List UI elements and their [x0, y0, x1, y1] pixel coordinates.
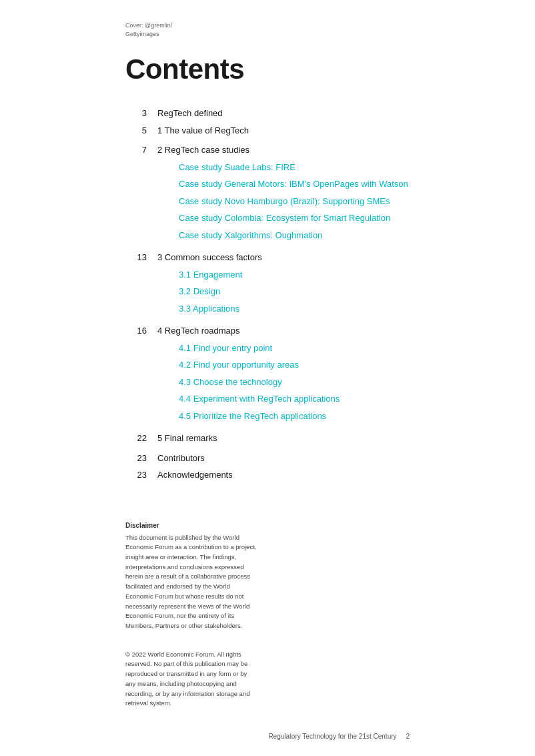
- footer-page-number: 2: [406, 733, 410, 740]
- toc-item-design: 3.2 Design: [157, 285, 410, 298]
- toc-item-opportunity: 4.2 Find your opportunity areas: [157, 358, 410, 372]
- toc-item-contributors: 23 Contributors: [125, 452, 410, 465]
- copyright-text: © 2022 World Economic Forum. All rights …: [125, 650, 259, 709]
- toc-label: Contributors: [157, 452, 205, 465]
- footer: Regulatory Technology for the 21st Centu…: [268, 733, 410, 740]
- toc-label: 3.1 Engagement: [179, 268, 242, 282]
- toc-number: 3: [125, 108, 147, 118]
- toc-item-success-factors: 13 3 Common success factors: [125, 251, 410, 264]
- toc-item-engagement: 3.1 Engagement: [157, 268, 410, 282]
- cover-credit-line2: Gettyimages: [125, 31, 159, 37]
- disclaimer-section: Disclaimer This document is published by…: [125, 522, 410, 631]
- page-title: Contents: [125, 53, 410, 85]
- toc-number: 16: [125, 326, 147, 336]
- footer-text: Regulatory Technology for the 21st Centu…: [268, 733, 396, 740]
- toc-number: 22: [125, 433, 147, 443]
- main-content: Contents 3 RegTech defined 5 1 The value…: [0, 0, 535, 735]
- toc-item-experiment: 4.4 Experiment with RegTech applications: [157, 392, 410, 406]
- toc-item-novo: Case study Novo Hamburgo (Brazil): Suppo…: [157, 195, 410, 208]
- toc-item-technology: 4.3 Choose the technology: [157, 376, 410, 389]
- toc-label: 3.3 Applications: [179, 302, 239, 316]
- toc-item-suade: Case study Suade Labs: FIRE: [157, 161, 410, 174]
- toc-item-roadmaps: 16 4 RegTech roadmaps: [125, 324, 410, 338]
- cover-credit-line1: Cover: @gremlin/: [125, 22, 172, 29]
- toc-label: Case study Xalgorithms: Oughmation: [179, 229, 322, 242]
- toc-number: 23: [125, 470, 147, 480]
- toc-label: Case study Suade Labs: FIRE: [179, 161, 296, 174]
- toc-label: Case study Novo Hamburgo (Brazil): Suppo…: [179, 195, 390, 208]
- toc-label: 4.5 Prioritize the RegTech applications: [179, 410, 326, 423]
- disclaimer-title: Disclaimer: [125, 522, 410, 529]
- page: Cover: @gremlin/ Gettyimages Contents 3 …: [0, 0, 535, 756]
- toc-item-gm: Case study General Motors: IBM's OpenPag…: [157, 177, 410, 191]
- copyright-section: © 2022 World Economic Forum. All rights …: [125, 650, 410, 709]
- toc-label: 4.2 Find your opportunity areas: [179, 358, 299, 372]
- toc-label: 2 RegTech case studies: [157, 143, 249, 157]
- toc-label: 5 Final remarks: [157, 432, 217, 445]
- toc-label: Case study General Motors: IBM's OpenPag…: [179, 177, 408, 191]
- cover-credit: Cover: @gremlin/ Gettyimages: [125, 21, 172, 38]
- toc-label: 4.3 Choose the technology: [179, 376, 282, 389]
- toc-label: 3.2 Design: [179, 285, 220, 298]
- toc-label: RegTech defined: [157, 107, 223, 120]
- disclaimer-text: This document is published by the World …: [125, 533, 259, 631]
- toc-label: 4.1 Find your entry point: [179, 342, 272, 355]
- toc-item-regtech-defined: 3 RegTech defined: [125, 107, 410, 120]
- toc-label: 4 RegTech roadmaps: [157, 324, 240, 338]
- toc-item-case-studies: 7 2 RegTech case studies: [125, 143, 410, 157]
- toc-label: 4.4 Experiment with RegTech applications: [179, 392, 340, 406]
- toc-item-value: 5 1 The value of RegTech: [125, 124, 410, 137]
- toc-item-acknowledgements: 23 Acknowledgements: [125, 468, 410, 482]
- toc-number: 7: [125, 145, 147, 155]
- toc-item-xalgorithms: Case study Xalgorithms: Oughmation: [157, 229, 410, 242]
- toc-item-prioritize: 4.5 Prioritize the RegTech applications: [157, 410, 410, 423]
- toc-label: 3 Common success factors: [157, 251, 262, 264]
- toc-item-colombia: Case study Colombia: Ecosystem for Smart…: [157, 212, 410, 225]
- toc-label: 1 The value of RegTech: [157, 124, 249, 137]
- toc-item-final-remarks: 22 5 Final remarks: [125, 432, 410, 445]
- toc-number: 23: [125, 453, 147, 463]
- toc-label: Acknowledgements: [157, 468, 233, 482]
- toc-item-entry-point: 4.1 Find your entry point: [157, 342, 410, 355]
- toc-number: 5: [125, 125, 147, 135]
- toc-label: Case study Colombia: Ecosystem for Smart…: [179, 212, 390, 225]
- toc-item-applications: 3.3 Applications: [157, 302, 410, 316]
- toc-number: 13: [125, 252, 147, 262]
